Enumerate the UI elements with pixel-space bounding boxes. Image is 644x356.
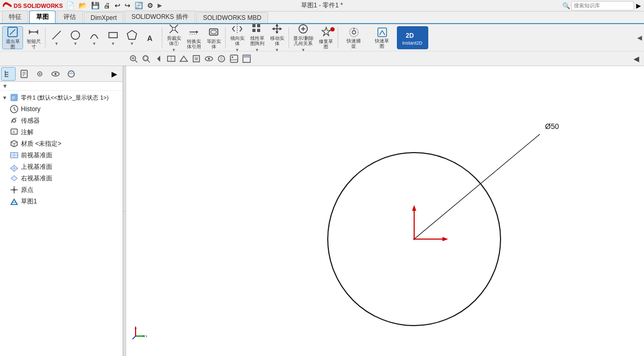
polygon-button[interactable]: ▼ bbox=[124, 26, 140, 49]
panel-expand-btn[interactable]: ▶ bbox=[107, 67, 121, 81]
mirror-icon bbox=[231, 23, 243, 35]
polygon-dropdown[interactable]: ▼ bbox=[130, 41, 134, 46]
show-delete-button[interactable]: 显示/删除几何关系 ▼ bbox=[291, 26, 316, 49]
rect-dropdown[interactable]: ▼ bbox=[111, 41, 115, 46]
hide-show-icon[interactable] bbox=[203, 53, 215, 64]
show-delete-dropdown[interactable]: ▼ bbox=[301, 48, 305, 52]
feature-tree-tab[interactable] bbox=[1, 67, 16, 81]
line-tools-group: ▼ bbox=[48, 26, 65, 49]
tab-features[interactable]: 特征 bbox=[2, 10, 28, 23]
previous-view-icon[interactable] bbox=[153, 53, 164, 64]
material-label: 材质 <未指定> bbox=[21, 139, 61, 148]
save-icon[interactable]: 💾 bbox=[90, 2, 101, 9]
appearance-icon[interactable] bbox=[216, 53, 227, 64]
tab-solidworks-mbd[interactable]: SOLIDWORKS MBD bbox=[196, 12, 268, 23]
options-icon[interactable]: ⚙ bbox=[146, 2, 154, 9]
exit-sketch-button[interactable]: 退出草图 bbox=[2, 26, 23, 49]
tree-item-origin[interactable]: 原点 bbox=[0, 184, 123, 196]
svg-rect-35 bbox=[377, 28, 386, 37]
right-view-controls: ◀ bbox=[630, 53, 642, 64]
open-icon[interactable]: 📂 bbox=[77, 2, 88, 9]
property-manager-tab[interactable] bbox=[17, 67, 31, 81]
tab-solidworks-plugins[interactable]: SOLIDWORKS 插件 bbox=[125, 10, 195, 23]
trim-dropdown[interactable]: ▼ bbox=[172, 48, 176, 52]
instant2d-button[interactable]: 2D Instant2D bbox=[397, 26, 428, 49]
svg-marker-100 bbox=[135, 327, 137, 329]
search-input[interactable] bbox=[571, 1, 634, 10]
svg-line-40 bbox=[135, 60, 137, 62]
display-manager-icon[interactable] bbox=[241, 53, 252, 64]
trim-button[interactable]: 剪裁实体① ▼ bbox=[164, 26, 183, 49]
view-icons-expand[interactable]: ◀ bbox=[637, 34, 642, 41]
drawing-canvas-area[interactable]: Ø50 X bbox=[126, 66, 644, 356]
arc-tools-group: ▼ bbox=[85, 26, 103, 49]
svg-point-55 bbox=[232, 56, 234, 58]
redo-icon[interactable]: ↪ bbox=[124, 2, 131, 9]
scenes-icon[interactable] bbox=[228, 53, 240, 64]
tab-evaluate[interactable]: 评估 bbox=[57, 10, 83, 23]
print-icon[interactable]: 🖨 bbox=[103, 2, 112, 9]
section-view-icon[interactable] bbox=[165, 53, 177, 64]
appearance-tab[interactable] bbox=[64, 67, 79, 81]
coord-axes-icon: X bbox=[131, 325, 147, 340]
svg-line-79 bbox=[14, 142, 17, 144]
tree-item-sketch1[interactable]: 草图1 bbox=[0, 196, 123, 207]
tree-item-annotations[interactable]: A 注解 bbox=[0, 126, 123, 138]
tab-dimxpert[interactable]: DimXpert bbox=[84, 12, 124, 23]
offset-button[interactable]: 等距实体 bbox=[204, 26, 223, 49]
arc-button[interactable]: ▼ bbox=[86, 26, 102, 49]
tree-item-sensors[interactable]: 传感器 bbox=[0, 115, 123, 126]
zoom-to-fit-icon[interactable] bbox=[128, 53, 139, 64]
expand-icon[interactable]: ▶ bbox=[157, 2, 163, 9]
trim-label: 剪裁实体① bbox=[167, 36, 181, 47]
tree-root[interactable]: ▼ P 零件1 (默认<<默认>_显示状态 1>) bbox=[0, 92, 123, 103]
tree-item-front-plane[interactable]: 前视基准面 bbox=[0, 149, 123, 161]
circle-button[interactable]: ▼ bbox=[68, 26, 83, 49]
quick-sketch-button[interactable]: 快速草图 bbox=[369, 26, 396, 49]
svg-canvas: Ø50 bbox=[126, 66, 644, 356]
repair-sketch-icon bbox=[320, 26, 332, 38]
collapse-panel-icon[interactable]: ◀ bbox=[630, 53, 642, 64]
tree-item-right-plane[interactable]: 右视基准面 bbox=[0, 172, 123, 184]
arc-dropdown[interactable]: ▼ bbox=[92, 41, 96, 46]
root-expand-icon[interactable]: ▼ bbox=[2, 95, 7, 101]
quick-capture-button[interactable]: 快速捕捉 bbox=[340, 26, 368, 49]
rebuild-icon[interactable]: 🔄 bbox=[134, 2, 144, 9]
line-dropdown[interactable]: ▼ bbox=[54, 41, 59, 46]
sketch1-label: 草图1 bbox=[21, 197, 37, 206]
svg-point-33 bbox=[352, 30, 356, 34]
rectangle-button[interactable]: ▼ bbox=[105, 26, 121, 49]
svg-rect-20 bbox=[257, 24, 260, 27]
text-button[interactable]: A bbox=[143, 26, 159, 49]
tree-item-history[interactable]: History bbox=[0, 103, 123, 115]
rect-tools-group: ▼ bbox=[104, 26, 122, 49]
circle-dropdown[interactable]: ▼ bbox=[73, 41, 77, 46]
smart-dimension-button[interactable]: 智能尺寸 bbox=[24, 26, 43, 49]
move-button[interactable]: 移动实体 ▼ bbox=[268, 26, 286, 49]
rectangle-icon bbox=[107, 29, 119, 41]
display-style-icon[interactable] bbox=[191, 53, 202, 64]
tab-sketch[interactable]: 草图 bbox=[29, 10, 55, 23]
view-orient-icon[interactable] bbox=[178, 53, 190, 64]
svg-marker-91 bbox=[412, 205, 416, 211]
hide-show-tab[interactable] bbox=[48, 67, 63, 81]
tree-item-material[interactable]: 材质 <未指定> bbox=[0, 138, 123, 149]
line-button[interactable]: ▼ bbox=[49, 26, 64, 49]
svg-line-101 bbox=[132, 336, 136, 339]
svg-marker-46 bbox=[157, 56, 160, 62]
config-manager-tab[interactable] bbox=[32, 67, 47, 81]
tree-item-top-plane[interactable]: 上视基准面 bbox=[0, 161, 123, 172]
linear-pattern-dropdown[interactable]: ▼ bbox=[255, 48, 259, 52]
repair-sketch-button[interactable]: 修复草图 bbox=[317, 26, 336, 49]
svg-point-70 bbox=[54, 73, 57, 75]
new-icon[interactable]: 📄 bbox=[65, 2, 75, 9]
search-btn[interactable]: ▶ bbox=[635, 2, 642, 9]
zoom-area-icon[interactable] bbox=[140, 53, 152, 64]
convert-button[interactable]: 转换实体引用 bbox=[184, 26, 203, 49]
mirror-button[interactable]: 镜向实体 ▼ bbox=[228, 26, 247, 49]
mirror-dropdown[interactable]: ▼ bbox=[235, 48, 239, 52]
undo-icon[interactable]: ↩ bbox=[114, 2, 121, 9]
move-dropdown[interactable]: ▼ bbox=[275, 48, 279, 52]
window-title: 草图1 - 零件1 * bbox=[301, 1, 343, 10]
linear-pattern-button[interactable]: 线性草图阵列 ▼ bbox=[248, 26, 267, 49]
